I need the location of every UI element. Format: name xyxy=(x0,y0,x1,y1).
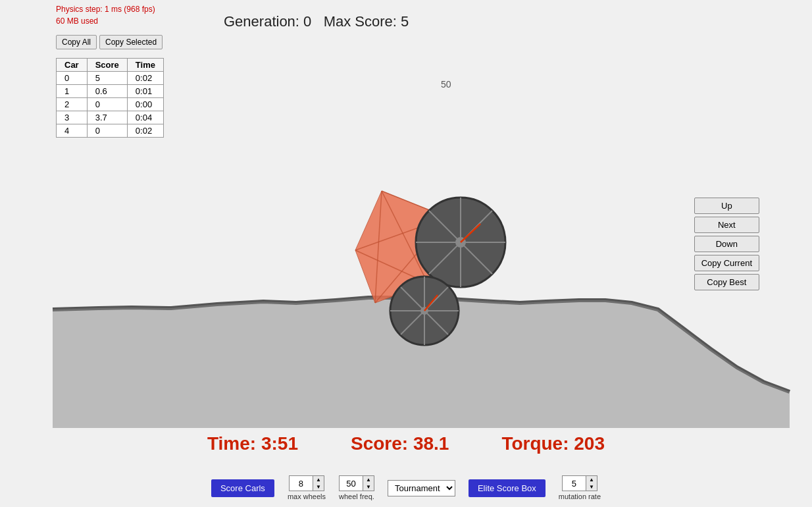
max-wheels-arrows: ▲ ▼ xyxy=(313,476,324,491)
wheel-freq-input[interactable] xyxy=(340,477,363,490)
max-wheels-label: max wheels xyxy=(288,493,326,500)
time-stat: Time: 3:51 xyxy=(207,433,298,454)
next-button[interactable]: Next xyxy=(694,217,759,233)
score-carls-button[interactable]: Score Carls xyxy=(211,479,274,497)
max-wheels-up-arrow[interactable]: ▲ xyxy=(313,476,324,483)
copy-best-button[interactable]: Copy Best xyxy=(694,274,759,290)
elite-score-box-button[interactable]: Elite Score Box xyxy=(469,479,546,497)
wheel-freq-group: ▲ ▼ wheel freq. xyxy=(339,475,374,500)
mutation-rate-down-arrow[interactable]: ▼ xyxy=(586,483,597,491)
max-wheels-input[interactable] xyxy=(290,477,313,490)
max-wheels-down-arrow[interactable]: ▼ xyxy=(313,483,324,491)
max-wheels-group: ▲ ▼ max wheels xyxy=(288,475,326,500)
selection-method-select[interactable]: Tournament Roulette Elitism xyxy=(388,480,455,496)
wheel-freq-label: wheel freq. xyxy=(339,493,374,500)
up-button[interactable]: Up xyxy=(694,198,759,214)
wheel-freq-up-arrow[interactable]: ▲ xyxy=(363,476,374,483)
score-stat: Score: 38.1 xyxy=(351,433,449,454)
mutation-rate-input[interactable] xyxy=(563,477,586,490)
simulation-canvas xyxy=(0,0,812,428)
wheel-freq-down-arrow[interactable]: ▼ xyxy=(363,483,374,491)
mutation-rate-label: mutation rate xyxy=(559,493,601,500)
bottom-controls-bar: Score Carls ▲ ▼ max wheels ▲ ▼ wheel fre… xyxy=(0,475,812,500)
mutation-rate-arrows: ▲ ▼ xyxy=(586,476,597,491)
mutation-rate-spinner: ▲ ▼ xyxy=(562,475,597,491)
torque-stat: Torque: 203 xyxy=(501,433,605,454)
copy-current-button[interactable]: Copy Current xyxy=(694,255,759,271)
selection-method-group: Tournament Roulette Elitism xyxy=(388,480,455,496)
right-buttons-panel: Up Next Down Copy Current Copy Best xyxy=(694,198,759,290)
max-wheels-spinner: ▲ ▼ xyxy=(289,475,324,491)
down-button[interactable]: Down xyxy=(694,236,759,252)
wheel-freq-spinner: ▲ ▼ xyxy=(339,475,374,491)
wheel-freq-arrows: ▲ ▼ xyxy=(363,476,374,491)
mutation-rate-group: ▲ ▼ mutation rate xyxy=(559,475,601,500)
bottom-stats-bar: Time: 3:51 Score: 38.1 Torque: 203 xyxy=(0,433,812,454)
mutation-rate-up-arrow[interactable]: ▲ xyxy=(586,476,597,483)
